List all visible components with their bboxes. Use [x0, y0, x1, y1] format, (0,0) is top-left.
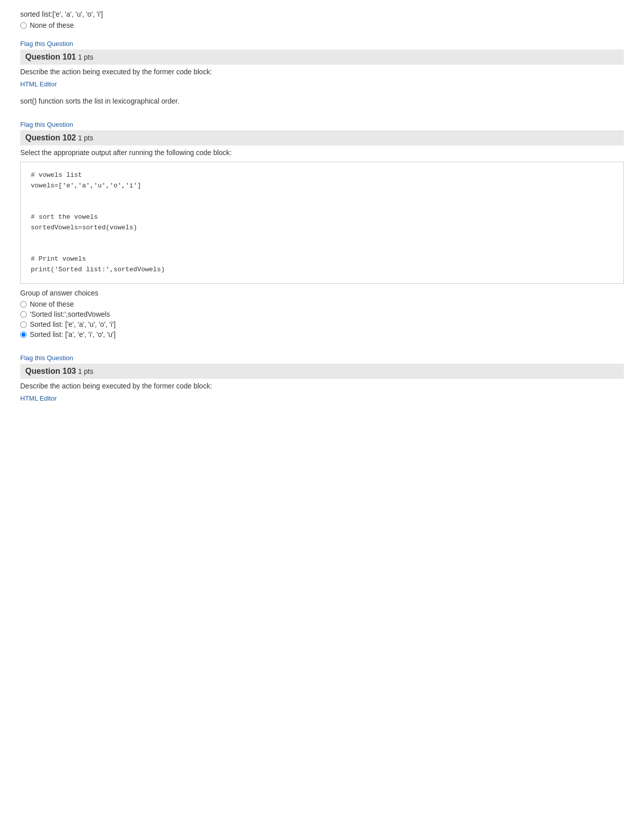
radio-option-1[interactable]: None of these [20, 300, 624, 308]
question-101-answer: sort() function sorts the list in lexico… [20, 97, 624, 105]
radio-label-4: Sorted list: ['a', 'e', 'i', 'o', 'u'] [30, 330, 116, 338]
question-103-section: Flag this Question Question 103 1 pts De… [20, 354, 624, 406]
question-101-title: Question 101 [25, 53, 76, 61]
question-101-header: Question 101 1 pts [20, 50, 624, 65]
prev-section: sorted list:['e', 'a', 'u', 'o', 'i'] No… [20, 10, 624, 29]
radio-label-2: 'Sorted list:',sortedVowels [30, 310, 110, 318]
question-101-body: Describe the action being executed by th… [20, 68, 624, 76]
flag-question-103-link[interactable]: Flag this Question [20, 354, 73, 362]
radio-option-3[interactable]: Sorted list: ['e', 'a', 'u', 'o', 'i'] [20, 320, 624, 328]
question-102-title: Question 102 [25, 133, 76, 142]
radio-input-1[interactable] [20, 301, 27, 308]
question-101-section: Flag this Question Question 101 1 pts De… [20, 39, 624, 105]
answer-group-label: Group of answer choices [20, 289, 624, 297]
radio-label-3: Sorted list: ['e', 'a', 'u', 'o', 'i'] [30, 320, 116, 328]
prev-radio-input[interactable] [20, 22, 27, 29]
question-103-title: Question 103 [25, 367, 76, 375]
radio-option-4[interactable]: Sorted list: ['a', 'e', 'i', 'o', 'u'] [20, 330, 624, 338]
radio-label-1: None of these [30, 300, 74, 308]
question-103-pts: 1 pts [76, 367, 93, 375]
flag-question-101-link[interactable]: Flag this Question [20, 40, 73, 47]
flag-question-102-link[interactable]: Flag this Question [20, 121, 73, 128]
radio-input-2[interactable] [20, 311, 27, 318]
question-101-pts: 1 pts [76, 53, 93, 61]
question-102-section: Flag this Question Question 102 1 pts Se… [20, 120, 624, 338]
radio-option-2[interactable]: 'Sorted list:',sortedVowels [20, 310, 624, 318]
radio-input-3[interactable] [20, 321, 27, 328]
prev-radio-option[interactable]: None of these [20, 21, 624, 29]
question-102-header: Question 102 1 pts [20, 130, 624, 145]
question-103-header: Question 103 1 pts [20, 364, 624, 379]
prev-radio-label: None of these [30, 21, 74, 29]
question-103-body: Describe the action being executed by th… [20, 382, 624, 390]
prev-answer-text: sorted list:['e', 'a', 'u', 'o', 'i'] [20, 10, 624, 18]
html-editor-103-link[interactable]: HTML Editor [20, 395, 57, 402]
question-102-pts: 1 pts [76, 134, 93, 142]
question-102-body: Select the appropriate output after runn… [20, 149, 624, 157]
html-editor-101-link[interactable]: HTML Editor [20, 80, 57, 88]
question-102-code: # vowels list vowels=['e','a','u','o','i… [20, 162, 624, 284]
radio-input-4[interactable] [20, 331, 27, 338]
